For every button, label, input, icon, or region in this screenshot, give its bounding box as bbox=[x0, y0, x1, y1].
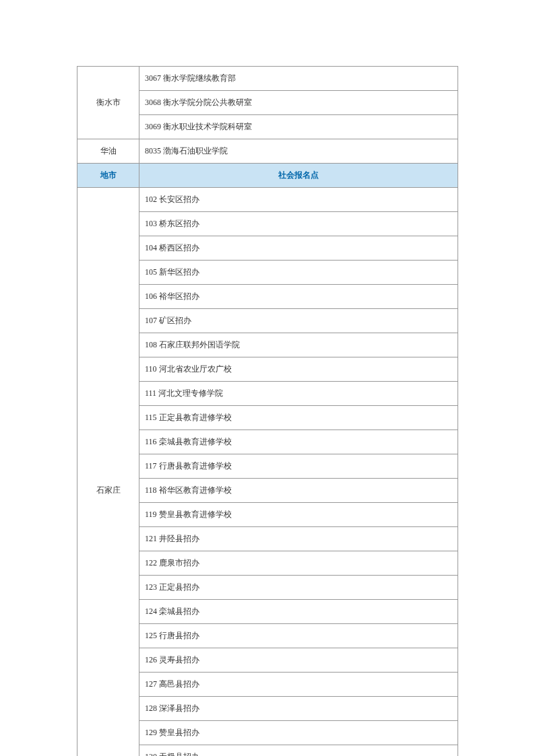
header-content: 社会报名点 bbox=[139, 164, 458, 188]
city-cell-hengshui: 衡水市 bbox=[77, 67, 139, 139]
section-header-row: 地市 社会报名点 bbox=[77, 164, 458, 188]
item-cell: 127 高邑县招办 bbox=[139, 673, 458, 697]
item-cell: 3067 衡水学院继续教育部 bbox=[139, 67, 458, 91]
city-cell-huayou: 华油 bbox=[77, 139, 139, 164]
item-cell: 105 新华区招办 bbox=[139, 261, 458, 285]
item-cell: 130 无极县招办 bbox=[139, 745, 458, 757]
item-cell: 106 裕华区招办 bbox=[139, 285, 458, 309]
item-cell: 115 正定县教育进修学校 bbox=[139, 406, 458, 430]
item-cell: 8035 渤海石油职业学院 bbox=[139, 139, 458, 164]
item-cell: 3069 衡水职业技术学院科研室 bbox=[139, 115, 458, 139]
item-cell: 110 河北省农业厅农广校 bbox=[139, 357, 458, 382]
item-cell: 125 行唐县招办 bbox=[139, 624, 458, 648]
city-cell-shijiazhuang: 石家庄 bbox=[77, 188, 139, 757]
item-cell: 129 赞皇县招办 bbox=[139, 721, 458, 745]
item-cell: 111 河北文理专修学院 bbox=[139, 382, 458, 406]
item-cell: 104 桥西区招办 bbox=[139, 236, 458, 261]
item-cell: 108 石家庄联邦外国语学院 bbox=[139, 333, 458, 357]
item-cell: 126 灵寿县招办 bbox=[139, 648, 458, 673]
item-cell: 123 正定县招办 bbox=[139, 576, 458, 600]
item-cell: 119 赞皇县教育进修学校 bbox=[139, 503, 458, 527]
item-cell: 122 鹿泉市招办 bbox=[139, 551, 458, 576]
header-city: 地市 bbox=[77, 164, 139, 188]
item-cell: 107 矿区招办 bbox=[139, 309, 458, 333]
item-cell: 103 桥东区招办 bbox=[139, 212, 458, 236]
item-cell: 3068 衡水学院分院公共教研室 bbox=[139, 91, 458, 115]
item-cell: 116 栾城县教育进修学校 bbox=[139, 430, 458, 454]
item-cell: 118 裕华区教育进修学校 bbox=[139, 479, 458, 503]
item-cell: 124 栾城县招办 bbox=[139, 600, 458, 624]
item-cell: 117 行唐县教育进修学校 bbox=[139, 454, 458, 479]
registration-table: 衡水市 3067 衡水学院继续教育部 3068 衡水学院分院公共教研室 3069… bbox=[77, 66, 458, 756]
item-cell: 102 长安区招办 bbox=[139, 188, 458, 212]
item-cell: 121 井陉县招办 bbox=[139, 527, 458, 551]
item-cell: 128 深泽县招办 bbox=[139, 697, 458, 721]
